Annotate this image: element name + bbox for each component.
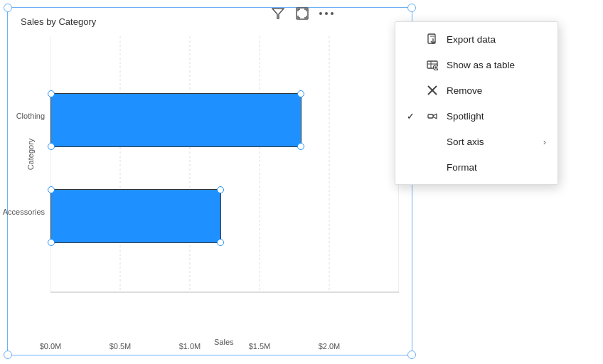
menu-item-sort-axis[interactable]: Sort axis › [395, 129, 557, 154]
plot-area: Clothing Accessories $0.0M $0.5M $1.0M $… [50, 36, 399, 335]
menu-item-spotlight[interactable]: ✓ Spotlight [395, 103, 557, 129]
svg-point-9 [319, 12, 322, 15]
y-axis-label: Category [26, 139, 35, 171]
sort-icon [425, 134, 439, 149]
handle-tr[interactable] [297, 90, 304, 97]
format-label: Format [447, 162, 546, 173]
expand-icon[interactable] [294, 6, 310, 21]
menu-item-remove[interactable]: Remove [395, 77, 557, 103]
table-icon [425, 58, 439, 72]
spotlight-label: Spotlight [447, 111, 546, 122]
handle-acc-tl[interactable] [48, 186, 55, 193]
handle-acc-bl[interactable] [48, 239, 55, 246]
chart-container: Sales by Category Category Sales [7, 7, 412, 355]
svg-rect-22 [428, 114, 433, 118]
remove-icon [425, 83, 439, 97]
spotlight-icon [425, 109, 439, 123]
handle-bl[interactable] [48, 143, 55, 150]
x-tick-2: $1.0M [179, 342, 201, 350]
handle-acc-br[interactable] [217, 239, 224, 246]
accessories-label: Accessories [3, 208, 45, 216]
context-menu: Export data Show as a table Remove [395, 21, 558, 185]
corner-handle-br[interactable] [407, 350, 416, 359]
sort-axis-arrow: › [543, 136, 546, 147]
sort-axis-label: Sort axis [447, 136, 536, 147]
x-tick-0: $0.0M [40, 342, 62, 350]
menu-item-show-as-table[interactable]: Show as a table [395, 52, 557, 77]
corner-handle-tr[interactable] [407, 4, 416, 12]
check-spotlight: ✓ [407, 111, 418, 122]
x-tick-4: $2.0M [319, 342, 341, 350]
corner-handle-tl[interactable] [4, 4, 12, 12]
menu-item-format[interactable]: Format [395, 154, 557, 180]
handle-br[interactable] [297, 143, 304, 150]
handle-tl[interactable] [48, 90, 55, 97]
svg-point-11 [331, 12, 333, 15]
export-data-label: Export data [447, 34, 546, 45]
clothing-label: Clothing [16, 112, 45, 120]
chart-toolbar [270, 6, 334, 21]
filter-icon[interactable] [270, 6, 286, 21]
svg-marker-7 [272, 9, 284, 18]
bar-accessories: Accessories [50, 189, 221, 243]
svg-point-10 [325, 12, 328, 15]
show-as-table-label: Show as a table [447, 60, 546, 70]
grid-svg [50, 36, 399, 314]
export-icon [425, 32, 439, 46]
svg-line-24 [433, 117, 437, 119]
format-icon [425, 160, 439, 174]
bar-clothing: Clothing [50, 93, 302, 147]
x-tick-1: $0.5M [110, 342, 132, 350]
handle-acc-tr[interactable] [217, 186, 224, 193]
chart-title: Sales by Category [21, 16, 96, 27]
more-icon[interactable] [319, 6, 334, 21]
x-tick-3: $1.5M [249, 342, 271, 350]
menu-item-export-data[interactable]: Export data [395, 26, 557, 52]
remove-label: Remove [447, 85, 546, 96]
x-axis-label: Sales [214, 338, 234, 346]
corner-handle-bl[interactable] [4, 350, 12, 359]
svg-line-23 [433, 114, 437, 116]
